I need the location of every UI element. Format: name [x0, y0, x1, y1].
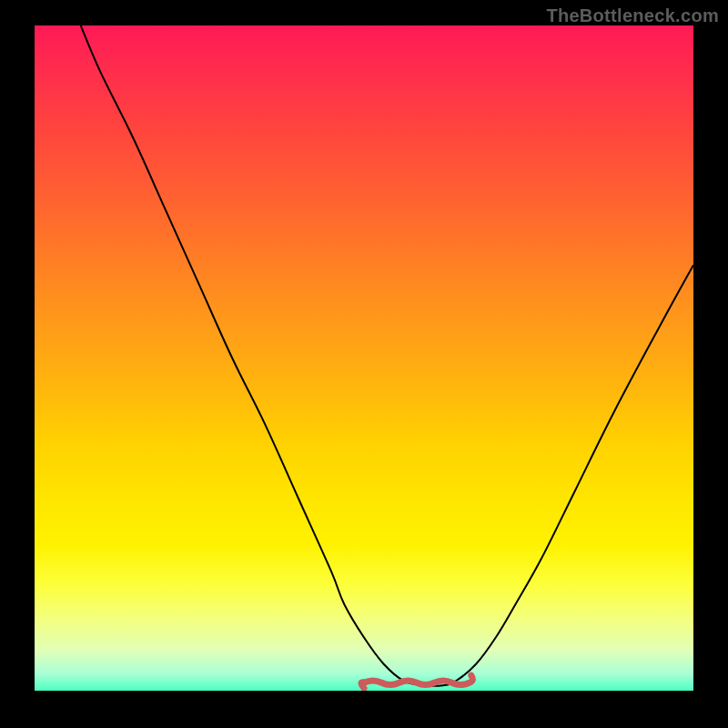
trough-accent: [361, 675, 472, 688]
plot-area: [35, 25, 693, 691]
bottleneck-curve: [81, 25, 693, 686]
watermark-text: TheBottleneck.com: [546, 5, 719, 26]
chart-frame: TheBottleneck.com: [0, 0, 728, 728]
bottleneck-curve-svg: [35, 25, 693, 691]
